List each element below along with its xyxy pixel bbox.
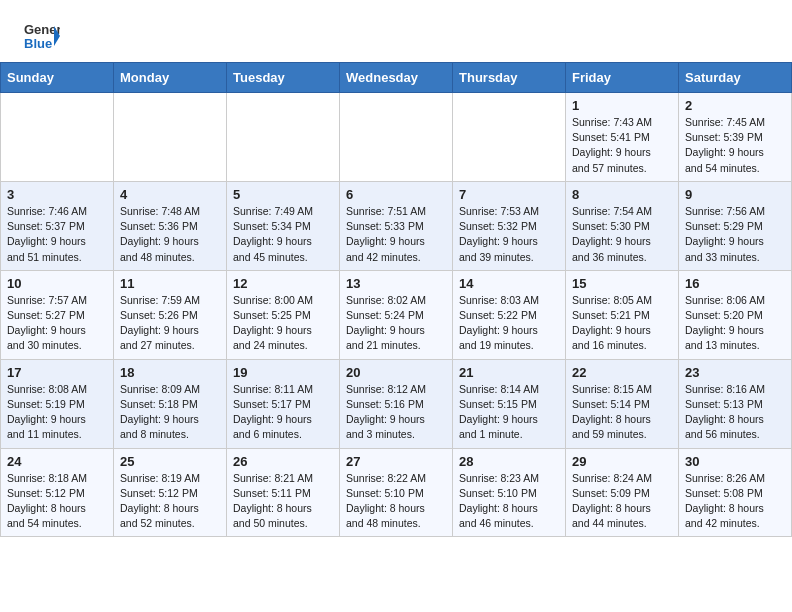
logo: General Blue — [24, 18, 60, 54]
day-number: 15 — [572, 276, 672, 291]
calendar-cell: 8Sunrise: 7:54 AM Sunset: 5:30 PM Daylig… — [566, 181, 679, 270]
day-info: Sunrise: 8:09 AM Sunset: 5:18 PM Dayligh… — [120, 382, 220, 443]
calendar-cell: 18Sunrise: 8:09 AM Sunset: 5:18 PM Dayli… — [114, 359, 227, 448]
day-number: 12 — [233, 276, 333, 291]
day-number: 10 — [7, 276, 107, 291]
day-info: Sunrise: 7:57 AM Sunset: 5:27 PM Dayligh… — [7, 293, 107, 354]
day-info: Sunrise: 8:11 AM Sunset: 5:17 PM Dayligh… — [233, 382, 333, 443]
day-number: 9 — [685, 187, 785, 202]
day-number: 26 — [233, 454, 333, 469]
day-info: Sunrise: 7:49 AM Sunset: 5:34 PM Dayligh… — [233, 204, 333, 265]
calendar-cell: 29Sunrise: 8:24 AM Sunset: 5:09 PM Dayli… — [566, 448, 679, 537]
day-info: Sunrise: 7:56 AM Sunset: 5:29 PM Dayligh… — [685, 204, 785, 265]
day-number: 22 — [572, 365, 672, 380]
day-number: 1 — [572, 98, 672, 113]
day-info: Sunrise: 7:48 AM Sunset: 5:36 PM Dayligh… — [120, 204, 220, 265]
day-number: 14 — [459, 276, 559, 291]
calendar-cell: 4Sunrise: 7:48 AM Sunset: 5:36 PM Daylig… — [114, 181, 227, 270]
calendar-cell: 27Sunrise: 8:22 AM Sunset: 5:10 PM Dayli… — [340, 448, 453, 537]
day-info: Sunrise: 7:59 AM Sunset: 5:26 PM Dayligh… — [120, 293, 220, 354]
calendar-cell: 23Sunrise: 8:16 AM Sunset: 5:13 PM Dayli… — [679, 359, 792, 448]
calendar-cell: 9Sunrise: 7:56 AM Sunset: 5:29 PM Daylig… — [679, 181, 792, 270]
day-info: Sunrise: 8:22 AM Sunset: 5:10 PM Dayligh… — [346, 471, 446, 532]
day-info: Sunrise: 8:24 AM Sunset: 5:09 PM Dayligh… — [572, 471, 672, 532]
day-number: 25 — [120, 454, 220, 469]
day-number: 6 — [346, 187, 446, 202]
day-info: Sunrise: 8:02 AM Sunset: 5:24 PM Dayligh… — [346, 293, 446, 354]
calendar-cell: 13Sunrise: 8:02 AM Sunset: 5:24 PM Dayli… — [340, 270, 453, 359]
calendar-week-row: 10Sunrise: 7:57 AM Sunset: 5:27 PM Dayli… — [1, 270, 792, 359]
day-number: 23 — [685, 365, 785, 380]
day-info: Sunrise: 8:08 AM Sunset: 5:19 PM Dayligh… — [7, 382, 107, 443]
day-number: 20 — [346, 365, 446, 380]
calendar-cell: 26Sunrise: 8:21 AM Sunset: 5:11 PM Dayli… — [227, 448, 340, 537]
day-info: Sunrise: 8:05 AM Sunset: 5:21 PM Dayligh… — [572, 293, 672, 354]
day-info: Sunrise: 8:14 AM Sunset: 5:15 PM Dayligh… — [459, 382, 559, 443]
calendar-cell — [340, 93, 453, 182]
calendar-week-row: 3Sunrise: 7:46 AM Sunset: 5:37 PM Daylig… — [1, 181, 792, 270]
day-number: 4 — [120, 187, 220, 202]
day-of-week-header: Friday — [566, 63, 679, 93]
day-number: 13 — [346, 276, 446, 291]
svg-text:Blue: Blue — [24, 36, 52, 51]
calendar-cell: 20Sunrise: 8:12 AM Sunset: 5:16 PM Dayli… — [340, 359, 453, 448]
calendar-cell — [114, 93, 227, 182]
calendar-cell: 24Sunrise: 8:18 AM Sunset: 5:12 PM Dayli… — [1, 448, 114, 537]
day-of-week-header: Tuesday — [227, 63, 340, 93]
day-info: Sunrise: 8:19 AM Sunset: 5:12 PM Dayligh… — [120, 471, 220, 532]
day-info: Sunrise: 8:00 AM Sunset: 5:25 PM Dayligh… — [233, 293, 333, 354]
day-number: 24 — [7, 454, 107, 469]
calendar-cell: 21Sunrise: 8:14 AM Sunset: 5:15 PM Dayli… — [453, 359, 566, 448]
day-number: 19 — [233, 365, 333, 380]
day-number: 30 — [685, 454, 785, 469]
day-of-week-header: Wednesday — [340, 63, 453, 93]
day-number: 3 — [7, 187, 107, 202]
calendar-cell: 30Sunrise: 8:26 AM Sunset: 5:08 PM Dayli… — [679, 448, 792, 537]
day-number: 16 — [685, 276, 785, 291]
calendar-table: SundayMondayTuesdayWednesdayThursdayFrid… — [0, 62, 792, 537]
calendar-cell: 7Sunrise: 7:53 AM Sunset: 5:32 PM Daylig… — [453, 181, 566, 270]
page-header: General Blue — [0, 0, 792, 62]
calendar-cell: 1Sunrise: 7:43 AM Sunset: 5:41 PM Daylig… — [566, 93, 679, 182]
calendar-cell: 6Sunrise: 7:51 AM Sunset: 5:33 PM Daylig… — [340, 181, 453, 270]
calendar-week-row: 17Sunrise: 8:08 AM Sunset: 5:19 PM Dayli… — [1, 359, 792, 448]
day-info: Sunrise: 7:53 AM Sunset: 5:32 PM Dayligh… — [459, 204, 559, 265]
day-info: Sunrise: 8:15 AM Sunset: 5:14 PM Dayligh… — [572, 382, 672, 443]
day-info: Sunrise: 8:06 AM Sunset: 5:20 PM Dayligh… — [685, 293, 785, 354]
day-number: 11 — [120, 276, 220, 291]
calendar-cell: 5Sunrise: 7:49 AM Sunset: 5:34 PM Daylig… — [227, 181, 340, 270]
day-info: Sunrise: 7:54 AM Sunset: 5:30 PM Dayligh… — [572, 204, 672, 265]
calendar-cell: 3Sunrise: 7:46 AM Sunset: 5:37 PM Daylig… — [1, 181, 114, 270]
calendar-cell: 12Sunrise: 8:00 AM Sunset: 5:25 PM Dayli… — [227, 270, 340, 359]
calendar-cell: 19Sunrise: 8:11 AM Sunset: 5:17 PM Dayli… — [227, 359, 340, 448]
day-info: Sunrise: 8:21 AM Sunset: 5:11 PM Dayligh… — [233, 471, 333, 532]
day-number: 7 — [459, 187, 559, 202]
day-info: Sunrise: 7:51 AM Sunset: 5:33 PM Dayligh… — [346, 204, 446, 265]
calendar-cell: 11Sunrise: 7:59 AM Sunset: 5:26 PM Dayli… — [114, 270, 227, 359]
calendar-cell: 10Sunrise: 7:57 AM Sunset: 5:27 PM Dayli… — [1, 270, 114, 359]
day-info: Sunrise: 8:26 AM Sunset: 5:08 PM Dayligh… — [685, 471, 785, 532]
day-number: 8 — [572, 187, 672, 202]
day-info: Sunrise: 8:03 AM Sunset: 5:22 PM Dayligh… — [459, 293, 559, 354]
day-number: 27 — [346, 454, 446, 469]
day-info: Sunrise: 8:12 AM Sunset: 5:16 PM Dayligh… — [346, 382, 446, 443]
calendar-header-row: SundayMondayTuesdayWednesdayThursdayFrid… — [1, 63, 792, 93]
calendar-week-row: 1Sunrise: 7:43 AM Sunset: 5:41 PM Daylig… — [1, 93, 792, 182]
day-info: Sunrise: 8:23 AM Sunset: 5:10 PM Dayligh… — [459, 471, 559, 532]
calendar-cell: 14Sunrise: 8:03 AM Sunset: 5:22 PM Dayli… — [453, 270, 566, 359]
day-number: 17 — [7, 365, 107, 380]
calendar-cell: 28Sunrise: 8:23 AM Sunset: 5:10 PM Dayli… — [453, 448, 566, 537]
calendar-cell — [227, 93, 340, 182]
day-info: Sunrise: 8:18 AM Sunset: 5:12 PM Dayligh… — [7, 471, 107, 532]
day-of-week-header: Sunday — [1, 63, 114, 93]
calendar-cell — [453, 93, 566, 182]
day-info: Sunrise: 7:43 AM Sunset: 5:41 PM Dayligh… — [572, 115, 672, 176]
calendar-week-row: 24Sunrise: 8:18 AM Sunset: 5:12 PM Dayli… — [1, 448, 792, 537]
calendar-cell: 25Sunrise: 8:19 AM Sunset: 5:12 PM Dayli… — [114, 448, 227, 537]
calendar-cell: 22Sunrise: 8:15 AM Sunset: 5:14 PM Dayli… — [566, 359, 679, 448]
day-number: 29 — [572, 454, 672, 469]
day-number: 28 — [459, 454, 559, 469]
calendar-cell: 15Sunrise: 8:05 AM Sunset: 5:21 PM Dayli… — [566, 270, 679, 359]
day-of-week-header: Monday — [114, 63, 227, 93]
calendar-cell — [1, 93, 114, 182]
